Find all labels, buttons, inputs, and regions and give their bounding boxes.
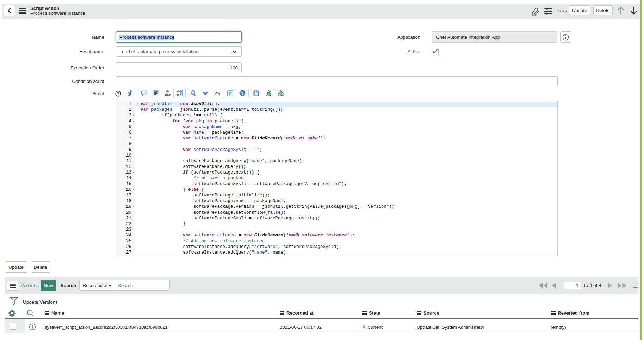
svg-text:ac: ac (180, 93, 183, 96)
svg-text:S: S (282, 93, 284, 96)
svg-text:?: ? (241, 91, 243, 95)
svg-text:ab: ab (177, 90, 180, 93)
svg-text:?: ? (117, 91, 119, 96)
svg-text:ac: ac (168, 93, 171, 96)
